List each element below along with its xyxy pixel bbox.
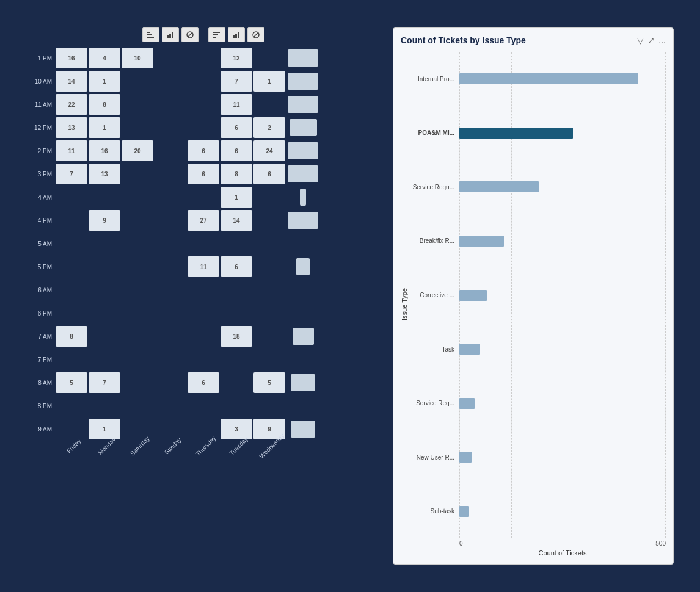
heatmap-cell[interactable]: 7 xyxy=(221,71,252,92)
sort-desc-btn[interactable] xyxy=(142,27,159,42)
chart-icons: ▽ ⤢ ... xyxy=(637,35,666,45)
bar-chart-row[interactable]: Break/fix R... xyxy=(410,215,666,268)
heatmap-cell xyxy=(155,210,186,231)
no-btn-left[interactable] xyxy=(181,27,199,42)
heatmap-cell[interactable]: 2 xyxy=(253,117,285,138)
no-btn-right[interactable] xyxy=(247,27,264,42)
heatmap-row: 7 AM818 xyxy=(26,325,381,347)
heatmap-cell xyxy=(155,303,186,323)
cells-container: 22811 xyxy=(56,94,381,115)
svg-line-7 xyxy=(188,32,192,37)
heatmap-cell xyxy=(122,187,153,208)
heatmap-cell xyxy=(155,48,186,68)
bar-label: Sub-task xyxy=(410,508,459,514)
x-tick: 0 xyxy=(459,540,463,547)
cells-container: 1 xyxy=(56,187,381,208)
heatmap-cell[interactable]: 5 xyxy=(253,372,285,393)
bar-fill xyxy=(459,73,638,84)
heatmap-cell[interactable]: 6 xyxy=(221,117,252,138)
heatmap-cell[interactable]: 18 xyxy=(221,326,252,347)
heatmap-bar-cell xyxy=(286,395,318,416)
heatmap-cell[interactable]: 11 xyxy=(56,140,87,161)
heatmap-cell[interactable]: 10 xyxy=(122,48,153,68)
heatmap-cell[interactable]: 22 xyxy=(56,94,87,115)
heatmap-toolbar xyxy=(26,27,381,42)
bar-chart-row[interactable]: Corrective ... xyxy=(410,269,666,322)
heatmap-cell xyxy=(155,280,186,300)
heatmap-cell[interactable]: 1 xyxy=(89,71,120,92)
bar-fill xyxy=(459,452,472,463)
heatmap-cell[interactable]: 8 xyxy=(89,94,120,115)
expand-icon[interactable]: ⤢ xyxy=(647,35,655,45)
heatmap-cell xyxy=(253,256,285,277)
heatmap-cell xyxy=(155,187,186,208)
heatmap-cell[interactable]: 16 xyxy=(56,48,87,68)
heatmap-cell[interactable]: 16 xyxy=(89,140,120,161)
heatmap-bar-cell xyxy=(286,303,318,323)
heatmap-cell[interactable]: 5 xyxy=(56,372,87,393)
heatmap-cell xyxy=(253,280,285,300)
heatmap-cell[interactable]: 9 xyxy=(89,210,120,231)
bar-chart-row[interactable]: Sub-task xyxy=(410,485,666,538)
bar-track xyxy=(459,397,666,410)
row-label: 6 PM xyxy=(26,310,56,317)
cells-container: 116 xyxy=(56,256,381,277)
bar-chart-row[interactable]: POA&M Mi... xyxy=(410,107,666,160)
heatmap-cell[interactable]: 6 xyxy=(188,164,219,184)
bar-chart-btn2[interactable] xyxy=(228,27,245,42)
heatmap-cell[interactable]: 8 xyxy=(56,326,87,347)
heatmap-cell[interactable]: 24 xyxy=(253,140,285,161)
heatmap-cell[interactable]: 6 xyxy=(221,256,252,277)
heatmap-cell[interactable]: 8 xyxy=(221,164,252,184)
heatmap-bar-cell xyxy=(286,164,318,184)
heatmap-cell[interactable]: 20 xyxy=(122,140,153,161)
sort-asc-btn[interactable] xyxy=(208,27,225,42)
bar-chart-btn[interactable] xyxy=(162,27,179,42)
row-label: 4 PM xyxy=(26,217,56,224)
bar-chart-row[interactable]: Task xyxy=(410,323,666,376)
heatmap-cell xyxy=(122,210,153,231)
svg-rect-11 xyxy=(233,35,235,38)
heatmap-cell xyxy=(56,349,87,370)
heatmap-cell[interactable]: 7 xyxy=(89,372,120,393)
svg-rect-2 xyxy=(147,37,154,38)
heatmap-cell[interactable]: 14 xyxy=(56,71,87,92)
svg-rect-10 xyxy=(213,37,216,38)
heatmap-cell[interactable]: 1 xyxy=(253,71,285,92)
svg-line-15 xyxy=(253,32,258,37)
heatmap-cell[interactable]: 1 xyxy=(221,187,252,208)
heatmap-cell xyxy=(56,303,87,323)
heatmap-cell xyxy=(253,187,285,208)
heatmap-cell[interactable]: 6 xyxy=(221,140,252,161)
heatmap-cell[interactable]: 27 xyxy=(188,210,219,231)
heatmap-cell[interactable]: 11 xyxy=(221,94,252,115)
more-icon[interactable]: ... xyxy=(658,35,666,45)
heatmap-cell[interactable]: 6 xyxy=(188,140,219,161)
cells-container xyxy=(56,233,381,254)
heatmap-bar-cell xyxy=(286,94,318,115)
heatmap-cell[interactable]: 11 xyxy=(188,256,219,277)
filter-icon[interactable]: ▽ xyxy=(637,35,644,45)
row-label: 5 PM xyxy=(26,264,56,270)
heatmap-bar-cell xyxy=(286,48,318,68)
heatmap-cell[interactable]: 1 xyxy=(89,117,120,138)
bar-chart-row[interactable]: Service Requ... xyxy=(410,161,666,214)
heatmap-cell xyxy=(155,71,186,92)
bar-chart-row[interactable]: Service Req... xyxy=(410,377,666,430)
left-panel: 1 PM164101210 AM1417111 AM2281112 PM1316… xyxy=(26,27,381,565)
heatmap-cell[interactable]: 6 xyxy=(188,372,219,393)
heatmap-cell[interactable]: 13 xyxy=(89,164,120,184)
heatmap-cell[interactable]: 6 xyxy=(253,164,285,184)
heatmap-cell[interactable]: 14 xyxy=(221,210,252,231)
heatmap-cell xyxy=(56,233,87,254)
bar-label: Break/fix R... xyxy=(410,237,459,244)
heatmap-cell[interactable]: 4 xyxy=(89,48,120,68)
bar-chart-row[interactable]: Internal Pro... xyxy=(410,52,666,106)
heatmap-cell[interactable]: 7 xyxy=(56,164,87,184)
heatmap-cell[interactable]: 13 xyxy=(56,117,87,138)
heatmap-cell xyxy=(122,164,153,184)
bar-chart-row[interactable]: New User R... xyxy=(410,431,666,484)
heatmap-cell[interactable]: 12 xyxy=(221,48,252,68)
cells-container: 1641012 xyxy=(56,48,381,68)
heatmap-cell xyxy=(253,233,285,254)
